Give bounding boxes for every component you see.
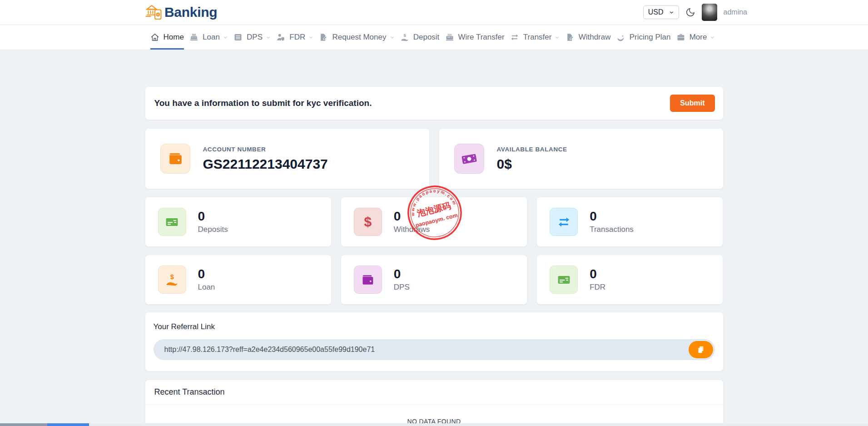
stat-card-loan: 0 Loan <box>145 255 332 305</box>
referral-link-value[interactable]: http://47.98.126.173?reff=a2e4e234d56096… <box>164 346 689 354</box>
main-nav: Home Loan DPS FDR Request Money Deposit <box>0 25 868 50</box>
wallet-icon <box>354 266 382 294</box>
file-pen-icon <box>319 33 328 42</box>
referral-card: Your Referral Link http://47.98.126.173?… <box>145 312 724 371</box>
account-number-value: GS22112213404737 <box>203 156 328 172</box>
briefcase-icon <box>676 33 685 42</box>
arrows-right-left-icon <box>550 208 578 236</box>
money-bill-icon <box>454 144 484 174</box>
money-check-icon <box>550 266 578 294</box>
file-pen-icon <box>565 33 575 42</box>
bank-logo-icon: $ <box>144 4 164 21</box>
archive-icon <box>233 33 243 42</box>
copy-icon <box>696 345 705 354</box>
brand-name: Banking <box>164 5 217 20</box>
stat-card-dps: 0 DPS <box>341 255 527 305</box>
user-shield-icon <box>276 33 285 42</box>
select-caret-icon <box>669 10 674 15</box>
available-balance-value: 0$ <box>497 156 567 172</box>
kyc-notice-card: You have a information to submit for kyc… <box>145 86 724 120</box>
top-bar: $ Banking USD admina <box>0 0 868 25</box>
chevron-down-icon <box>555 35 560 40</box>
dark-mode-toggle[interactable] <box>685 7 695 17</box>
brand[interactable]: $ Banking <box>144 4 217 21</box>
scrollbar-thumb[interactable] <box>47 423 89 426</box>
nav-item-fdr[interactable]: FDR <box>276 25 313 50</box>
stat-card-fdr: 0 FDR <box>536 255 723 305</box>
kyc-submit-button[interactable]: Submit <box>670 95 714 112</box>
chevron-down-icon <box>710 35 715 40</box>
horizontal-scrollbar <box>0 423 868 426</box>
available-balance-card: AVAILABLE BALANCE 0$ <box>439 128 724 189</box>
chevron-down-icon <box>308 35 313 40</box>
username[interactable]: admina <box>724 8 747 16</box>
stat-card-deposits: 0 Deposits <box>145 197 332 247</box>
nav-item-request-money[interactable]: Request Money <box>319 25 394 50</box>
chevron-down-icon <box>266 35 271 40</box>
dollar-sign-icon: $ <box>354 208 382 236</box>
money-check-icon <box>158 208 186 236</box>
arrows-right-left-icon <box>510 33 519 42</box>
home-icon <box>150 33 159 42</box>
nav-item-home[interactable]: Home <box>150 25 184 50</box>
nav-item-dps[interactable]: DPS <box>233 25 271 50</box>
nav-item-pricing-plan[interactable]: Pricing Plan <box>616 25 671 50</box>
kyc-message: You have a information to submit for kyc… <box>154 98 372 108</box>
user-avatar[interactable] <box>702 4 717 21</box>
stat-card-transactions: 0 Transactions <box>536 197 723 247</box>
scrollbar-segment <box>0 423 47 426</box>
cash-register-icon <box>189 33 198 42</box>
referral-link-field: http://47.98.126.173?reff=a2e4e234d56096… <box>154 339 715 360</box>
currency-value: USD <box>648 8 664 16</box>
recent-transactions-title: Recent Transaction <box>154 387 225 396</box>
account-number-label: ACCOUNT NUMBER <box>203 146 328 153</box>
terminal-machine-icon <box>445 33 454 42</box>
hand-holding-dollar-icon <box>158 266 186 294</box>
nav-item-transfer[interactable]: Transfer <box>510 25 560 50</box>
copy-referral-button[interactable] <box>689 341 713 358</box>
nav-item-withdraw[interactable]: Withdraw <box>565 25 611 50</box>
account-number-card: ACCOUNT NUMBER GS22112213404737 <box>145 128 430 189</box>
moon-icon <box>685 7 695 17</box>
hand-holding-dollar-icon <box>400 33 409 42</box>
currency-select[interactable]: USD <box>643 5 679 19</box>
hand-swoosh-icon <box>616 33 625 42</box>
available-balance-label: AVAILABLE BALANCE <box>497 146 567 153</box>
chevron-down-icon <box>390 35 395 40</box>
stat-card-withdraws: $ 0 Withdraws <box>341 197 527 247</box>
nav-item-wire-transfer[interactable]: Wire Transfer <box>445 25 505 50</box>
nav-item-more[interactable]: More <box>676 25 715 50</box>
recent-transactions-card: Recent Transaction NO DATA FOUND <box>145 380 724 426</box>
main-content: You have a information to submit for kyc… <box>145 86 724 426</box>
chevron-down-icon <box>223 35 228 40</box>
wallet-icon <box>160 144 190 174</box>
nav-item-loan[interactable]: Loan <box>189 25 228 50</box>
referral-title: Your Referral Link <box>154 322 715 331</box>
nav-item-deposit[interactable]: Deposit <box>400 25 440 50</box>
